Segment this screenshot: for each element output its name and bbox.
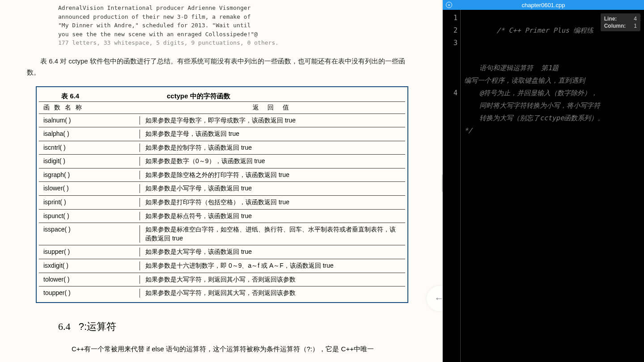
code-line: 语句和逻辑运算符 第1题 xyxy=(464,62,644,74)
table-row: isgraph( )如果参数是除空格之外的打印字符，该函数返回 true xyxy=(39,168,405,182)
output-line: announced production of their new 3-D fi… xyxy=(58,13,408,21)
function-desc-cell: 如果参数是大写字符，则返回其小写，否则返回该参数 xyxy=(140,275,405,284)
code-text-area[interactable]: /* C++ Primer Plus 编程练 章 分支 语句和逻辑运算符 第1题… xyxy=(461,10,644,362)
cursor-position-indicator: Line: 4 Column: 1 xyxy=(601,13,640,31)
function-desc-cell: 如果参数是小写字符，则返回其大写，否则返回该参数 xyxy=(140,289,405,298)
code-line: 编写一个程序，读取键盘输入，直到遇到@符号为止，并回显输入（数字除外），同时将大… xyxy=(464,74,644,124)
table-header-function: 函 数 名 称 xyxy=(39,104,140,112)
function-desc-cell: 如果参数是标准空白字符，如空格、进纸、换行符、回车、水平制表符或者垂直制表符，该… xyxy=(140,225,405,243)
body-paragraph: C++有一个常被用来代替 if else 语句的运算符，这个运算符被称为条件运算… xyxy=(58,343,408,355)
intro-paragraph: 表 6.4 对 cctype 软件包中的函数进行了总结。有些系统可能没有表中列出… xyxy=(27,55,408,78)
function-desc-cell: 如果参数是字母数字，即字母或数字，该函数返回 true xyxy=(140,116,405,125)
section-number: 6.4 xyxy=(58,321,71,332)
function-desc-cell: 如果参数是十六进制数字，即 0～9、a～f 或 A～F，该函数返回 true xyxy=(140,261,405,270)
table-header-return: 返 回 值 xyxy=(140,104,405,112)
editor-tab-bar: ✕ chapter0601.cpp xyxy=(443,0,644,10)
function-name-cell: isalnum( ) xyxy=(39,116,140,125)
output-summary: 177 letters, 33 whitespace, 5 digits, 9 … xyxy=(58,38,408,47)
line-number: 2 xyxy=(443,24,458,37)
line-number: 3 xyxy=(443,37,458,87)
editor-body[interactable]: 1 2 3 4 /* C++ Primer Plus 编程练 章 分支 语句和逻… xyxy=(443,10,644,362)
function-desc-cell: 如果参数是打印字符（包括空格），该函数返回 true xyxy=(140,198,405,207)
line-label: Line: xyxy=(604,15,617,22)
function-name-cell: iscntrl( ) xyxy=(39,143,140,152)
table-row: islower( )如果参数是小写字母，该函数返回 true xyxy=(39,182,405,196)
output-line: AdrenalVision International producer Adr… xyxy=(58,4,408,13)
output-line: you see the the new scene with an enrage… xyxy=(58,30,408,39)
table-row: toupper( )如果参数是小写字符，则返回其大写，否则返回该参数 xyxy=(39,286,405,300)
back-arrow-button[interactable]: ← xyxy=(427,286,442,311)
table-row: tolower( )如果参数是大写字符，则返回其小写，否则返回该参数 xyxy=(39,273,405,287)
function-desc-cell: 如果参数是控制字符，该函数返回 true xyxy=(140,143,405,152)
code-line: */ xyxy=(464,124,644,137)
code-output-block: AdrenalVision International producer Adr… xyxy=(58,4,408,47)
close-icon: ✕ xyxy=(446,2,452,8)
function-name-cell: tolower( ) xyxy=(39,275,140,284)
table-row: isalnum( )如果参数是字母数字，即字母或数字，该函数返回 true xyxy=(39,114,405,128)
function-desc-cell: 如果参数是除空格之外的打印字符，该函数返回 true xyxy=(140,171,405,180)
table-caption-number: 表 6.4 xyxy=(39,92,140,101)
section-heading: 6.4 ?:运算符 xyxy=(58,320,408,333)
table-row: isspace( )如果参数是标准空白字符，如空格、进纸、换行符、回车、水平制表… xyxy=(39,223,405,245)
function-name-cell: isupper( ) xyxy=(39,248,140,257)
table-row: isxdigit( )如果参数是十六进制数字，即 0～9、a～f 或 A～F，该… xyxy=(39,259,405,273)
table-row: isalpha( )如果参数是字母，该函数返回 true xyxy=(39,127,405,141)
function-name-cell: isalpha( ) xyxy=(39,130,140,139)
function-name-cell: isxdigit( ) xyxy=(39,261,140,270)
table-row: isprint( )如果参数是打印字符（包括空格），该函数返回 true xyxy=(39,196,405,210)
function-desc-cell: 如果参数是大写字母，该函数返回 true xyxy=(140,248,405,257)
function-name-cell: isprint( ) xyxy=(39,198,140,207)
table-row: iscntrl( )如果参数是控制字符，该函数返回 true xyxy=(39,141,405,155)
output-line: "My Dinner with Andre," scheduled for 20… xyxy=(58,21,408,30)
document-view[interactable]: AdrenalVision International producer Adr… xyxy=(0,0,442,362)
column-label: Column: xyxy=(604,22,626,29)
table-row: isdigit( )如果参数是数字（0～9），该函数返回 true xyxy=(39,155,405,168)
function-desc-cell: 如果参数是小写字母，该函数返回 true xyxy=(140,184,405,193)
function-desc-cell: 如果参数是字母，该函数返回 true xyxy=(140,130,405,139)
function-name-cell: ispunct( ) xyxy=(39,212,140,221)
function-name-cell: isdigit( ) xyxy=(39,157,140,166)
function-name-cell: islower( ) xyxy=(39,184,140,193)
line-number-gutter: 1 2 3 4 xyxy=(443,10,461,362)
table-caption-title: cctype 中的字符函数 xyxy=(140,92,405,101)
function-name-cell: isgraph( ) xyxy=(39,171,140,180)
tab-title[interactable]: chapter0601.cpp xyxy=(455,2,631,8)
function-desc-cell: 如果参数是数字（0～9），该函数返回 true xyxy=(140,157,405,166)
table-row: isupper( )如果参数是大写字母，该函数返回 true xyxy=(39,245,405,259)
code-editor-pane: ✕ chapter0601.cpp Line: 4 Column: 1 1 2 … xyxy=(443,0,644,362)
function-desc-cell: 如果参数是标点符号，该函数返回 true xyxy=(140,212,405,221)
close-tab-button[interactable]: ✕ xyxy=(443,2,455,8)
line-number: 1 xyxy=(443,12,458,24)
section-title: ?:运算符 xyxy=(79,321,116,332)
line-value: 4 xyxy=(634,15,637,22)
arrow-left-icon: ← xyxy=(434,293,442,304)
cctype-table: 表 6.4 cctype 中的字符函数 函 数 名 称 返 回 值 isalnu… xyxy=(36,86,408,303)
table-row: ispunct( )如果参数是标点符号，该函数返回 true xyxy=(39,210,405,223)
line-number: 4 xyxy=(443,87,458,99)
function-name-cell: isspace( ) xyxy=(39,225,140,243)
function-name-cell: toupper( ) xyxy=(39,289,140,298)
column-value: 1 xyxy=(634,22,637,29)
